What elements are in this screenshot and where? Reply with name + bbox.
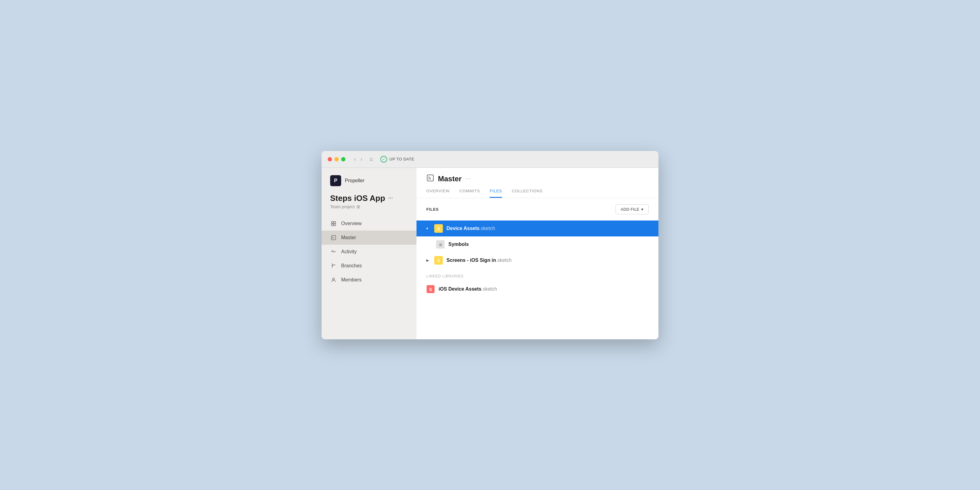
symbols-file-icon: ⊞ xyxy=(436,240,445,249)
svg-text:S: S xyxy=(437,226,440,231)
screens-ios-chevron-icon: ▶ xyxy=(426,258,431,262)
sidebar-item-members[interactable]: Members xyxy=(321,273,417,287)
svg-rect-2 xyxy=(334,221,336,223)
svg-text:S: S xyxy=(437,258,440,263)
files-section: FILES ADD FILE ▾ ▾ S xyxy=(417,198,659,339)
sidebar-item-master[interactable]: Master xyxy=(321,231,417,245)
tabs: OVERVIEW COMMITS FILES COLLECTIONS xyxy=(426,189,649,198)
nav-buttons: ‹ › xyxy=(353,156,364,162)
files-toolbar: FILES ADD FILE ▾ xyxy=(417,198,659,221)
master-icon xyxy=(330,234,337,241)
activity-icon xyxy=(330,248,337,255)
device-assets-chevron-icon: ▾ xyxy=(426,226,431,231)
sidebar-item-overview-label: Overview xyxy=(341,221,362,226)
files-label: FILES xyxy=(426,207,439,212)
project-title: Steps iOS App ··· xyxy=(330,194,408,203)
svg-rect-3 xyxy=(334,224,336,226)
sidebar-item-overview[interactable]: Overview xyxy=(321,216,417,231)
branch-header: Master ··· OVERVIEW COMMITS FILES COLLEC… xyxy=(417,168,659,198)
project-area: Steps iOS App ··· Team project ⊞ xyxy=(321,194,417,216)
tab-collections[interactable]: COLLECTIONS xyxy=(512,189,542,198)
sidebar-item-branches[interactable]: Branches xyxy=(321,259,417,273)
file-item-device-assets[interactable]: ▾ S Device Assets.sketch xyxy=(417,221,659,236)
sidebar: P Propeller Steps iOS App ··· Team proje… xyxy=(321,168,417,339)
add-file-chevron-icon: ▾ xyxy=(641,207,643,212)
project-title-text: Steps iOS App xyxy=(330,194,385,203)
brand-logo: P xyxy=(330,175,341,186)
linked-libraries-label: LINKED LIBRARIES xyxy=(426,274,464,278)
forward-button[interactable]: › xyxy=(359,156,363,162)
screens-ios-file-icon: S xyxy=(434,256,443,265)
branch-title: Master xyxy=(438,175,461,183)
minimize-button[interactable] xyxy=(334,157,339,161)
maximize-button[interactable] xyxy=(341,157,345,161)
symbols-file-name: Symbols xyxy=(449,242,469,247)
members-icon xyxy=(330,277,337,283)
svg-text:S: S xyxy=(429,287,432,292)
tab-commits[interactable]: COMMITS xyxy=(460,189,480,198)
app-window: ‹ › ⌂ ✓ UP TO DATE P Propeller Steps iOS… xyxy=(321,151,659,339)
overview-icon xyxy=(330,220,337,227)
linked-library-name: iOS Device Assets.sketch xyxy=(439,286,497,292)
project-subtitle-text: Team project xyxy=(330,204,355,209)
traffic-lights xyxy=(328,157,345,161)
brand-area: P Propeller xyxy=(321,175,417,194)
branch-more-button[interactable]: ··· xyxy=(465,175,472,182)
status-icon: ✓ xyxy=(380,156,387,162)
sidebar-item-master-label: Master xyxy=(341,235,356,240)
close-button[interactable] xyxy=(328,157,332,161)
device-assets-file-icon: S xyxy=(434,224,443,233)
svg-point-8 xyxy=(332,263,333,264)
collapsed-file-list: ▶ S Screens - iOS Sign in.sketch xyxy=(417,252,659,268)
sidebar-item-activity-label: Activity xyxy=(341,249,357,255)
file-item-symbols[interactable]: ⊞ Symbols xyxy=(417,236,659,252)
screens-ios-file-name: Screens - iOS Sign in.sketch xyxy=(447,258,512,263)
linked-library-icon: S xyxy=(426,285,435,293)
add-file-button[interactable]: ADD FILE ▾ xyxy=(616,204,649,215)
home-button[interactable]: ⌂ xyxy=(370,156,373,162)
project-menu-button[interactable]: ··· xyxy=(388,195,393,202)
tab-files[interactable]: FILES xyxy=(490,189,502,198)
back-button[interactable]: ‹ xyxy=(353,156,357,162)
main-content: P Propeller Steps iOS App ··· Team proje… xyxy=(321,168,659,339)
status-area: ✓ UP TO DATE xyxy=(380,156,414,162)
sidebar-item-members-label: Members xyxy=(341,277,362,283)
tab-overview[interactable]: OVERVIEW xyxy=(426,189,450,198)
brand-name: Propeller xyxy=(345,178,364,183)
linked-library-ios-device-assets[interactable]: S iOS Device Assets.sketch xyxy=(417,281,659,297)
project-subtitle: Team project ⊞ xyxy=(330,204,408,209)
file-item-screens-ios[interactable]: ▶ S Screens - iOS Sign in.sketch xyxy=(417,252,659,268)
titlebar: ‹ › ⌂ ✓ UP TO DATE xyxy=(321,151,659,168)
device-assets-file-name: Device Assets.sketch xyxy=(447,226,495,231)
linked-libraries-section: LINKED LIBRARIES xyxy=(417,268,659,281)
svg-rect-1 xyxy=(331,224,333,226)
add-file-label: ADD FILE xyxy=(621,207,640,212)
sidebar-item-activity[interactable]: Activity xyxy=(321,245,417,259)
team-icon: ⊞ xyxy=(356,204,360,209)
branch-header-icon xyxy=(426,174,434,184)
nav-items: Overview Master xyxy=(321,216,417,287)
branches-icon xyxy=(330,262,337,269)
file-list: ▾ S Device Assets.sketch xyxy=(417,221,659,252)
right-panel: Master ··· OVERVIEW COMMITS FILES COLLEC… xyxy=(417,168,659,339)
status-text: UP TO DATE xyxy=(390,157,414,161)
svg-text:⊞: ⊞ xyxy=(439,243,442,247)
svg-rect-0 xyxy=(331,221,333,223)
branch-title-row: Master ··· xyxy=(426,174,649,184)
svg-point-11 xyxy=(332,278,334,280)
sidebar-item-branches-label: Branches xyxy=(341,263,362,269)
